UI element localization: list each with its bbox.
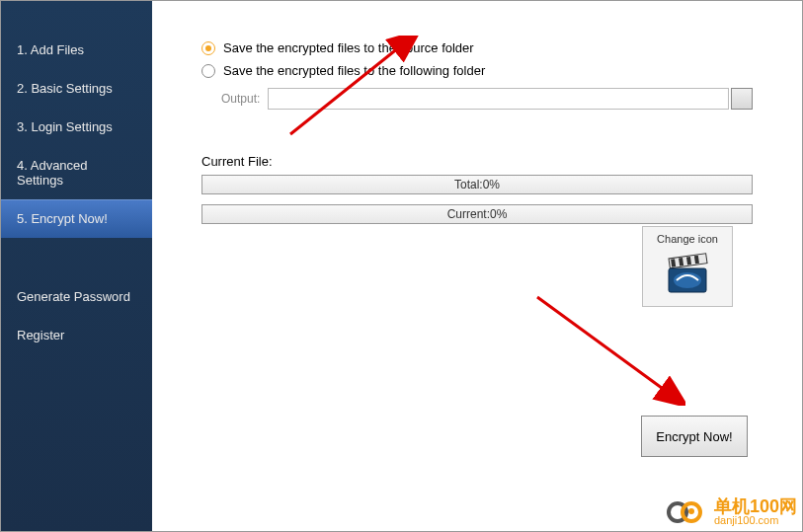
sidebar-item-basic-settings[interactable]: 2. Basic Settings (1, 69, 152, 108)
change-icon-label: Change icon (647, 233, 728, 245)
sidebar: 1. Add Files 2. Basic Settings 3. Login … (1, 1, 152, 531)
sidebar-item-add-files[interactable]: 1. Add Files (1, 31, 152, 69)
radio-save-following[interactable] (201, 64, 215, 78)
change-icon-panel: Change icon (642, 226, 733, 307)
sidebar-item-generate-password[interactable]: Generate Password (1, 277, 152, 316)
radio-save-following-label: Save the encrypted files to the followin… (223, 63, 485, 78)
sidebar-item-login-settings[interactable]: 3. Login Settings (1, 108, 152, 146)
browse-button[interactable] (731, 88, 753, 110)
sidebar-item-register[interactable]: Register (1, 316, 152, 354)
radio-save-source-label: Save the encrypted files to the source f… (223, 40, 474, 55)
output-input[interactable] (268, 88, 729, 110)
sidebar-item-advanced-settings[interactable]: 4. Advanced Settings (1, 146, 152, 199)
progress-current: Current:0% (201, 204, 753, 224)
main-panel: Save the encrypted files to the source f… (152, 1, 802, 531)
encrypt-now-button[interactable]: Encrypt Now! (641, 416, 748, 457)
icon-preview[interactable] (663, 251, 712, 298)
output-label: Output: (221, 92, 260, 106)
radio-save-source[interactable] (201, 41, 215, 55)
svg-line-8 (537, 297, 666, 391)
current-file-label: Current File: (201, 154, 753, 169)
sidebar-item-encrypt-now[interactable]: 5. Encrypt Now! (1, 199, 152, 238)
progress-total: Total:0% (201, 175, 753, 194)
clapper-icon (663, 251, 712, 298)
